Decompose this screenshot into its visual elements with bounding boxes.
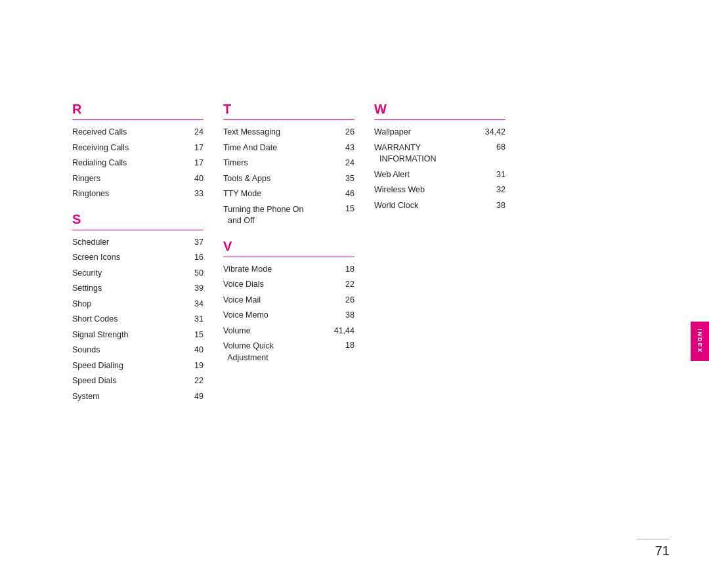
page-number-area: 71 <box>637 539 670 558</box>
section-v: V Vibrate Mode 18 Voice Dials 22 Voice M… <box>223 239 354 364</box>
list-item: Receiving Calls 17 <box>72 142 204 154</box>
list-item: Vibrate Mode 18 <box>223 264 354 276</box>
divider-v <box>223 257 354 257</box>
column-t-v: T Text Messaging 26 Time And Date 43 Tim… <box>223 102 354 406</box>
list-item: Screen Icons 16 <box>72 252 204 264</box>
list-item: Timers 24 <box>223 158 354 169</box>
list-item: Wallpaper 34,42 <box>374 127 505 138</box>
list-item: Security 50 <box>72 268 204 280</box>
list-item: Volume 41,44 <box>223 326 354 337</box>
list-item: Wireless Web 32 <box>374 184 505 196</box>
divider-s <box>72 230 204 230</box>
index-side-tab: INDEX <box>691 322 709 361</box>
index-columns: R Received Calls 24 Receiving Calls 17 R… <box>72 102 611 406</box>
list-item: Tools & Apps 35 <box>223 173 354 185</box>
list-item: Web Alert 31 <box>374 169 505 181</box>
page-number: 71 <box>655 543 670 558</box>
list-item: Time And Date 43 <box>223 142 354 154</box>
page-divider <box>637 539 670 539</box>
list-item: Voice Memo 38 <box>223 310 354 322</box>
list-item: System 49 <box>72 391 204 403</box>
list-item: Signal Strength 15 <box>72 329 204 341</box>
list-item: Ringtones 33 <box>72 188 204 200</box>
list-item: TTY Mode 46 <box>223 188 354 200</box>
divider-t <box>223 119 354 120</box>
list-item: Text Messaging 26 <box>223 127 354 138</box>
list-item: Short Codes 31 <box>72 314 204 326</box>
section-s: S Scheduler 37 Screen Icons 16 Security … <box>72 212 204 403</box>
letter-w: W <box>374 102 505 117</box>
divider-r <box>72 119 204 120</box>
list-item: Ringers 40 <box>72 173 204 185</box>
divider-w <box>374 119 505 120</box>
list-item: Shop 34 <box>72 299 204 310</box>
list-item-volume-quick: Volume Quick Adjustment 18 <box>223 341 354 364</box>
letter-r: R <box>72 102 204 117</box>
list-item: Scheduler 37 <box>72 237 204 249</box>
list-item: Speed Dialing 19 <box>72 360 204 372</box>
list-item: Voice Dials 22 <box>223 279 354 291</box>
list-item: Sounds 40 <box>72 345 204 356</box>
list-item: World Clock 38 <box>374 200 505 212</box>
list-item-warranty: WARRANTYINFORMATION 68 <box>374 142 505 165</box>
column-r-s: R Received Calls 24 Receiving Calls 17 R… <box>72 102 204 406</box>
list-item: Speed Dials 22 <box>72 375 204 387</box>
column-w: W Wallpaper 34,42 WARRANTYINFORMATION 68… <box>374 102 505 406</box>
letter-s: S <box>72 212 204 227</box>
list-item: Redialing Calls 17 <box>72 158 204 169</box>
list-item: Received Calls 24 <box>72 127 204 138</box>
list-item: Settings 39 <box>72 283 204 295</box>
list-item: Voice Mail 26 <box>223 295 354 306</box>
letter-t: T <box>223 102 354 117</box>
page-content: R Received Calls 24 Receiving Calls 17 R… <box>72 102 611 406</box>
index-tab-label: INDEX <box>697 329 703 354</box>
letter-v: V <box>223 239 354 254</box>
list-item-turning-phone: Turning the Phone On and Off 15 <box>223 204 354 227</box>
